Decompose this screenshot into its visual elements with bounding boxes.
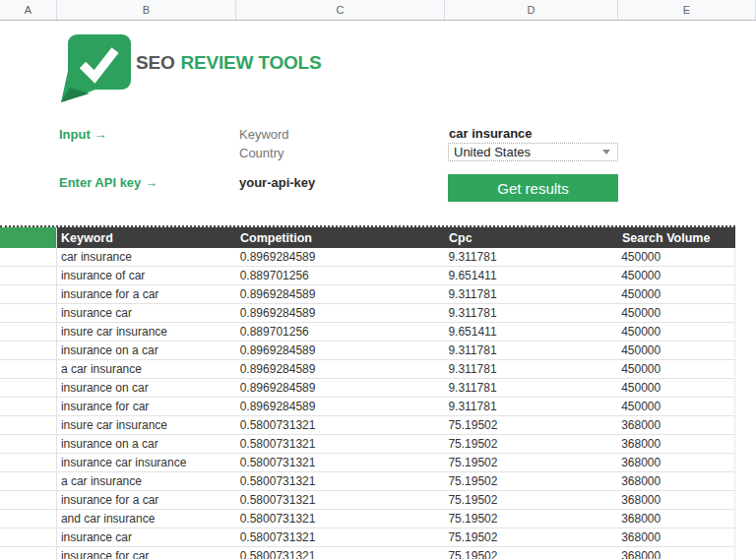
cell-competition[interactable]: 0.8969284589 <box>236 360 445 378</box>
cell-search-volume[interactable]: 450000 <box>617 304 734 322</box>
table-header-keyword[interactable]: Keyword <box>57 227 236 248</box>
cell-search-volume[interactable]: 450000 <box>617 285 734 303</box>
cell-row-margin[interactable] <box>0 528 57 546</box>
cell-keyword[interactable]: insurance car insurance <box>57 454 236 471</box>
cell-search-volume[interactable]: 368000 <box>617 528 734 546</box>
cell-keyword[interactable]: car insurance <box>57 248 236 266</box>
cell-cpc[interactable]: 75.19502 <box>444 416 617 434</box>
cell-cpc[interactable]: 75.19502 <box>444 435 617 453</box>
cell-competition[interactable]: 0.5800731321 <box>236 416 445 434</box>
cell-keyword[interactable]: insurance for car <box>57 547 236 559</box>
cell-cpc[interactable]: 9.311781 <box>444 342 617 359</box>
cell-row-margin[interactable] <box>0 267 57 284</box>
cell-keyword[interactable]: a car insurance <box>57 360 236 378</box>
cell-row-margin[interactable] <box>0 454 57 471</box>
cell-competition[interactable]: 0.8969284589 <box>236 304 445 322</box>
cell-keyword[interactable]: insurance of car <box>57 267 236 284</box>
cell-competition[interactable]: 0.5800731321 <box>236 510 445 528</box>
cell-keyword[interactable]: insurance for car <box>57 398 236 415</box>
column-header-b[interactable]: B <box>57 0 236 20</box>
cell-search-volume[interactable]: 450000 <box>617 342 734 359</box>
cell-search-volume[interactable]: 450000 <box>617 248 734 266</box>
cell-keyword[interactable]: insurance on car <box>57 379 236 397</box>
cell-cpc[interactable]: 75.19502 <box>444 510 617 528</box>
cell-cpc[interactable]: 75.19502 <box>444 491 617 509</box>
cell-competition[interactable]: 0.8969284589 <box>236 285 445 303</box>
cell-competition[interactable]: 0.5800731321 <box>236 472 445 490</box>
cell-keyword[interactable]: insurance for a car <box>57 285 236 303</box>
cell-competition[interactable]: 0.8969284589 <box>236 248 445 266</box>
logo-seo-text: SEO <box>136 52 175 73</box>
cell-keyword[interactable]: insurance on a car <box>57 435 236 453</box>
cell-search-volume[interactable]: 450000 <box>617 323 734 341</box>
cell-search-volume[interactable]: 368000 <box>617 416 734 434</box>
cell-competition[interactable]: 0.8969284589 <box>236 379 445 397</box>
cell-row-margin[interactable] <box>0 416 57 434</box>
cell-cpc[interactable]: 75.19502 <box>444 528 617 546</box>
table-header-competition[interactable]: Competition <box>236 227 445 248</box>
api-key-value-cell[interactable]: your-api-key <box>239 176 315 189</box>
cell-search-volume[interactable]: 450000 <box>617 398 734 415</box>
get-results-button[interactable]: Get results <box>448 174 618 202</box>
cell-search-volume[interactable]: 368000 <box>617 491 734 509</box>
cell-cpc[interactable]: 9.651411 <box>444 323 617 341</box>
table-header-corner-cell[interactable] <box>0 227 57 248</box>
cell-cpc[interactable]: 9.651411 <box>444 267 617 284</box>
column-header-d[interactable]: D <box>445 0 618 20</box>
cell-row-margin[interactable] <box>0 379 57 397</box>
country-dropdown[interactable]: United States <box>448 143 618 161</box>
cell-search-volume[interactable]: 368000 <box>617 547 734 559</box>
cell-keyword[interactable]: insurance car <box>57 528 236 546</box>
cell-cpc[interactable]: 75.19502 <box>444 454 617 471</box>
cell-competition[interactable]: 0.5800731321 <box>236 547 445 559</box>
column-header-e[interactable]: E <box>618 0 756 20</box>
cell-competition[interactable]: 0.889701256 <box>236 323 445 341</box>
cell-keyword[interactable]: insure car insurance <box>57 323 236 341</box>
cell-keyword[interactable]: insurance for a car <box>57 491 236 509</box>
cell-cpc[interactable]: 9.311781 <box>444 285 617 303</box>
cell-row-margin[interactable] <box>0 435 57 453</box>
cell-search-volume[interactable]: 450000 <box>617 379 734 397</box>
column-header-c[interactable]: C <box>236 0 445 20</box>
cell-row-margin[interactable] <box>0 491 57 509</box>
cell-row-margin[interactable] <box>0 510 57 528</box>
cell-keyword[interactable]: insure car insurance <box>57 416 236 434</box>
cell-row-margin[interactable] <box>0 248 57 266</box>
cell-row-margin[interactable] <box>0 304 57 322</box>
cell-competition[interactable]: 0.5800731321 <box>236 528 445 546</box>
column-header-a[interactable]: A <box>0 0 57 20</box>
cell-competition[interactable]: 0.5800731321 <box>236 454 445 471</box>
table-header-cpc[interactable]: Cpc <box>445 227 618 248</box>
table-header-search-volume[interactable]: Search Volume <box>618 227 735 248</box>
cell-competition[interactable]: 0.8969284589 <box>236 342 445 359</box>
cell-competition[interactable]: 0.5800731321 <box>236 491 445 509</box>
cell-cpc[interactable]: 9.311781 <box>444 398 617 415</box>
cell-cpc[interactable]: 9.311781 <box>444 304 617 322</box>
cell-search-volume[interactable]: 450000 <box>617 360 734 378</box>
cell-row-margin[interactable] <box>0 472 57 490</box>
cell-search-volume[interactable]: 368000 <box>617 472 734 490</box>
cell-row-margin[interactable] <box>0 360 57 378</box>
cell-cpc[interactable]: 75.19502 <box>444 547 617 559</box>
cell-search-volume[interactable]: 368000 <box>617 435 734 453</box>
cell-row-margin[interactable] <box>0 398 57 415</box>
cell-cpc[interactable]: 9.311781 <box>444 360 617 378</box>
keyword-value-cell[interactable]: car insurance <box>449 127 533 140</box>
cell-row-margin[interactable] <box>0 285 57 303</box>
cell-cpc[interactable]: 9.311781 <box>444 248 617 266</box>
cell-row-margin[interactable] <box>0 547 57 559</box>
cell-cpc[interactable]: 75.19502 <box>444 472 617 490</box>
cell-search-volume[interactable]: 368000 <box>617 454 734 471</box>
cell-keyword[interactable]: and car insurance <box>57 510 236 528</box>
cell-keyword[interactable]: a car insurance <box>57 472 236 490</box>
cell-cpc[interactable]: 9.311781 <box>444 379 617 397</box>
cell-search-volume[interactable]: 450000 <box>617 267 734 284</box>
cell-competition[interactable]: 0.8969284589 <box>236 398 445 415</box>
cell-competition[interactable]: 0.5800731321 <box>236 435 445 453</box>
cell-search-volume[interactable]: 368000 <box>617 510 734 528</box>
cell-row-margin[interactable] <box>0 342 57 359</box>
cell-row-margin[interactable] <box>0 323 57 341</box>
cell-keyword[interactable]: insurance on a car <box>57 342 236 359</box>
cell-keyword[interactable]: insurance car <box>57 304 236 322</box>
cell-competition[interactable]: 0.889701256 <box>236 267 445 284</box>
